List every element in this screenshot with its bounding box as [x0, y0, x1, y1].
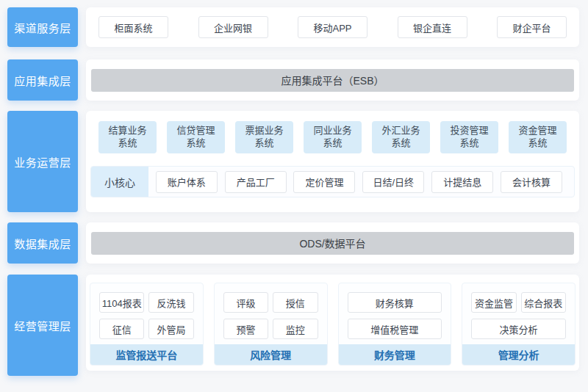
mobile-app-box: 移动APP [298, 16, 368, 38]
financial-mgmt-body: 财务核算 增值税管理 [339, 283, 451, 344]
forex-admin-box: 外管局 [148, 319, 193, 339]
data-integration-layer-label: 数据集成层 [7, 222, 78, 264]
business-systems-row: 结算业务系统 信贷管理系统 票据业务系统 同业业务系统 外汇业务系统 投资管理系… [98, 121, 567, 153]
app-integration-layer-label: 应用集成层 [7, 59, 78, 101]
mgmt-analysis-title: 管理分析 [462, 344, 575, 365]
vat-mgmt-box: 增值税管理 [348, 319, 442, 339]
accounting-box: 会计核算 [501, 171, 562, 193]
day-end-box: 日结/日终 [362, 171, 424, 193]
fund-supervision-box: 资金监管 [471, 292, 516, 313]
small-core-label: 小核心 [91, 167, 148, 197]
report-1104-box: 1104报表 [99, 292, 144, 313]
financial-mgmt-group: 财务核算 增值税管理 财务管理 [338, 283, 452, 366]
counter-system-box: 柜面系统 [98, 16, 168, 38]
regulatory-reporting-body: 1104报表 反洗钱 征信 外管局 [90, 283, 203, 344]
forex-system-box: 外汇业务系统 [372, 121, 430, 153]
interest-accrual-box: 计提结息 [431, 171, 493, 193]
architecture-diagram: 渠道服务层 柜面系统 企业网银 移动APP 银企直连 财企平台 应用集成层 应用… [0, 0, 588, 392]
credit-reference-box: 征信 [99, 319, 144, 339]
management-layer-label: 经营管理层 [7, 275, 78, 376]
regulatory-reporting-title: 监管报送平台 [90, 344, 203, 365]
comprehensive-report-box: 综合报表 [521, 292, 566, 313]
financial-mgmt-title: 财务管理 [339, 344, 451, 365]
decision-analysis-box: 决策分析 [471, 319, 566, 339]
channel-service-panel: 柜面系统 企业网银 移动APP 银企直连 财企平台 [86, 7, 579, 47]
risk-mgmt-group: 评级 授信 预警 监控 风险管理 [214, 283, 328, 366]
mgmt-analysis-body: 资金监管 综合报表 决策分析 [462, 283, 575, 344]
finance-enterprise-platform-box: 财企平台 [497, 16, 567, 38]
management-panel: 1104报表 反洗钱 征信 外管局 监管报送平台 评级 授信 预警 监控 风险管… [86, 275, 579, 371]
risk-mgmt-body: 评级 授信 预警 监控 [215, 283, 327, 344]
credit-granting-box: 授信 [273, 292, 318, 313]
app-integration-panel: 应用集成平台（ESB） [86, 59, 579, 101]
interbank-system-box: 同业业务系统 [304, 121, 362, 153]
early-warning-box: 预警 [223, 319, 268, 339]
credit-mgmt-system-box: 信贷管理系统 [167, 121, 225, 153]
enterprise-ebank-box: 企业网银 [198, 16, 268, 38]
bank-enterprise-direct-box: 银企直连 [398, 16, 467, 38]
investment-mgmt-system-box: 投资管理系统 [440, 121, 498, 153]
risk-mgmt-title: 风险管理 [215, 344, 327, 365]
ods-data-platform-bar: ODS/数据平台 [91, 232, 574, 255]
channel-service-layer-label: 渠道服务层 [7, 7, 78, 47]
mgmt-analysis-group: 资金监管 综合报表 决策分析 管理分析 [462, 283, 576, 366]
financial-accounting-box: 财务核算 [348, 292, 442, 313]
product-factory-box: 产品工厂 [225, 171, 287, 193]
account-system-box: 账户体系 [156, 171, 218, 193]
business-operation-panel: 结算业务系统 信贷管理系统 票据业务系统 同业业务系统 外汇业务系统 投资管理系… [86, 111, 579, 212]
regulatory-reporting-group: 1104报表 反洗钱 征信 外管局 监管报送平台 [90, 283, 204, 366]
bill-business-system-box: 票据业务系统 [235, 121, 293, 153]
rating-box: 评级 [223, 292, 268, 313]
small-core-strip: 小核心 账户体系 产品工厂 定价管理 日结/日终 计提结息 会计核算 [90, 166, 575, 197]
settlement-system-box: 结算业务系统 [98, 121, 157, 153]
data-integration-panel: ODS/数据平台 [86, 222, 579, 264]
monitoring-box: 监控 [273, 319, 318, 339]
anti-money-laundering-box: 反洗钱 [148, 292, 193, 313]
esb-platform-bar: 应用集成平台（ESB） [91, 69, 574, 92]
business-operation-layer-label: 业务运营层 [7, 111, 78, 212]
treasury-mgmt-system-box: 资金管理系统 [509, 121, 567, 153]
pricing-mgmt-box: 定价管理 [293, 171, 355, 193]
